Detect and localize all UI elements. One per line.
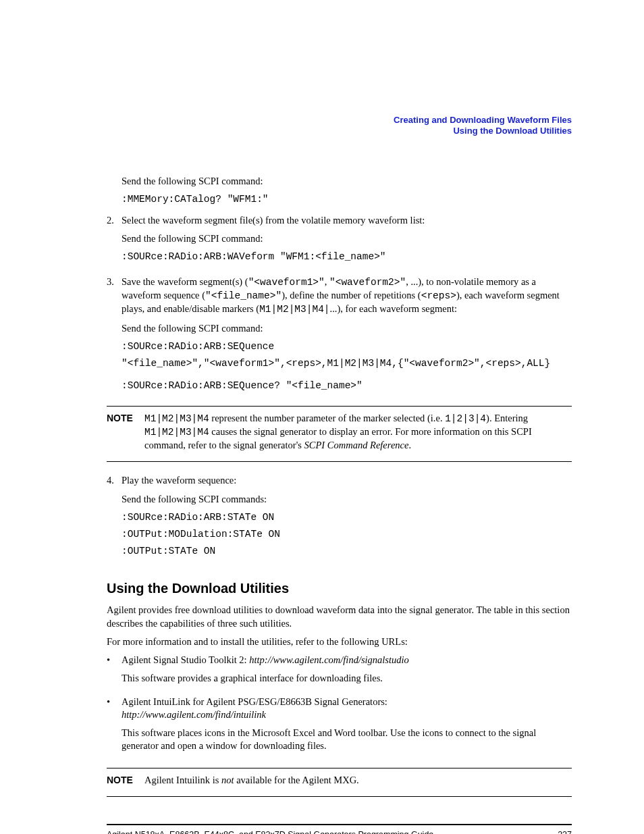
bullet-icon: •	[107, 654, 122, 690]
page-header: Creating and Downloading Waveform Files …	[107, 115, 572, 137]
note-block: NOTE M1|M2|M3|M4 represent the number pa…	[107, 412, 572, 452]
footer-divider	[107, 824, 572, 825]
divider	[107, 768, 572, 768]
step-number: 3.	[107, 276, 122, 396]
code-line: :SOURce:RADio:ARB:WAVeform "WFM1:<file_n…	[122, 251, 572, 263]
step-2: 2. Select the waveform segment file(s) f…	[107, 214, 572, 267]
breadcrumb-section: Using the Download Utilities	[107, 126, 572, 136]
document-page: Creating and Downloading Waveform Files …	[0, 0, 644, 834]
note-label: NOTE	[107, 774, 144, 786]
bullet-title: Agilent IntuiLink for Agilent PSG/ESG/E8…	[122, 696, 572, 721]
instruction-text: Send the following SCPI command:	[122, 175, 572, 188]
breadcrumb-chapter: Creating and Downloading Waveform Files	[107, 115, 572, 126]
code-line: :OUTPut:STATe ON	[122, 545, 572, 558]
section-heading: Using the Download Utilities	[107, 579, 572, 597]
bullet-desc: This software places icons in the Micros…	[122, 727, 572, 752]
note-body: M1|M2|M3|M4 represent the number paramet…	[144, 412, 572, 452]
step-title: Select the waveform segment file(s) from…	[122, 214, 572, 227]
step-description: Save the waveform segment(s) ("<waveform…	[122, 276, 572, 316]
step-number: 4.	[107, 474, 122, 562]
code-line: :SOURce:RADio:ARB:SEQuence	[122, 340, 572, 353]
list-item: • Agilent Signal Studio Toolkit 2: http:…	[107, 654, 572, 690]
url-text: http://www.agilent.com/find/signalstudio	[249, 654, 409, 665]
divider	[107, 796, 572, 797]
instruction-text: Send the following SCPI command:	[122, 232, 572, 245]
code-line: :MMEMory:CATalog? "WFM1:"	[122, 193, 572, 206]
body-text: Agilent provides free download utilities…	[107, 604, 572, 629]
footer-title: Agilent N518xA, E8663B, E44x8C, and E82x…	[107, 829, 433, 834]
note-block: NOTE Agilent Intuilink is not available …	[107, 774, 572, 787]
url-text: http://www.agilent.com/find/intuilink	[122, 709, 266, 720]
code-line: :SOURce:RADio:ARB:SEQuence? "<file_name>…	[122, 380, 572, 392]
step-3: 3. Save the waveform segment(s) ("<wavef…	[107, 276, 572, 396]
instruction-text: Send the following SCPI command:	[122, 322, 572, 335]
step-continuation: Send the following SCPI command: :MMEMor…	[122, 175, 572, 206]
divider	[107, 461, 572, 462]
step-title: Play the waveform sequence:	[122, 474, 572, 487]
note-body: Agilent Intuilink is not available for t…	[144, 774, 572, 787]
code-line: "<file_name>","<waveform1>",<reps>,M1|M2…	[122, 357, 572, 370]
note-label: NOTE	[107, 412, 144, 424]
bullet-icon: •	[107, 696, 122, 758]
page-number: 227	[558, 829, 572, 834]
step-number: 2.	[107, 214, 122, 267]
step-4: 4. Play the waveform sequence: Send the …	[107, 474, 572, 562]
divider	[107, 406, 572, 407]
bullet-title: Agilent Signal Studio Toolkit 2: http://…	[122, 654, 572, 667]
body-text: For more information and to install the …	[107, 635, 572, 648]
page-footer: Agilent N518xA, E8663B, E44x8C, and E82x…	[107, 829, 572, 834]
bullet-desc: This software provides a graphical inter…	[122, 672, 572, 685]
code-line: :SOURce:RADio:ARB:STATe ON	[122, 511, 572, 524]
list-item: • Agilent IntuiLink for Agilent PSG/ESG/…	[107, 696, 572, 758]
code-line: :OUTPut:MODulation:STATe ON	[122, 528, 572, 541]
instruction-text: Send the following SCPI commands:	[122, 493, 572, 506]
